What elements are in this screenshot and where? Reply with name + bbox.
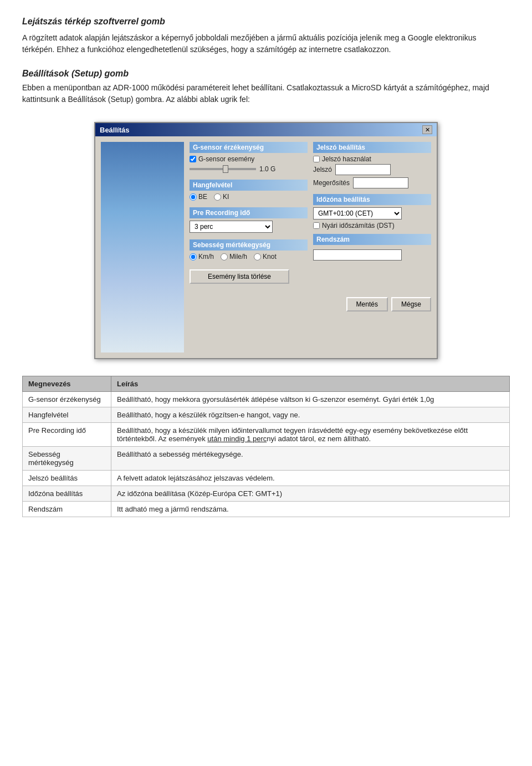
prerecording-select[interactable]: 3 perc 1 perc 5 perc (190, 221, 273, 233)
table-cell-desc: Beállítható a sebesség mértékegysége. (111, 447, 510, 471)
gsensor-slider-thumb[interactable] (223, 165, 228, 173)
sebesseg-radio-knot[interactable]: Knot (254, 253, 277, 261)
radio-ki-label: KI (223, 193, 229, 201)
hangfelvetel-radio-be[interactable]: BE (190, 193, 207, 201)
table-row: Sebesség mértékegységBeállítható a sebes… (23, 447, 510, 471)
sebesseg-header: Sebesség mértékegység (190, 239, 308, 251)
table-header-row: Megnevezés Leírás (23, 376, 510, 392)
settings-dialog: Beállítás ✕ G-sensor érzékenység (94, 122, 438, 359)
table-cell-desc: Beállítható, hogy a készülék milyen idői… (111, 423, 510, 447)
table-cell-desc: Beállítható, hogy mekkora gyorsulásérték… (111, 392, 510, 407)
gsensor-slider-container: 1.0 G (190, 165, 308, 173)
dialog-right-col: Jelszó beállítás Jelszó használat Jelszó… (313, 142, 431, 284)
dialog-body: G-sensor érzékenység G-sensor esemény 1.… (95, 136, 437, 358)
table-cell-name: Pre Recording idő (23, 423, 111, 447)
idozona-section: Időzóna beállítás GMT+01:00 (CET) GMT+00… (313, 194, 431, 229)
gsensor-slider-track[interactable] (190, 168, 256, 170)
table-row: RendszámItt adható meg a jármű rendszáma… (23, 502, 510, 517)
dialog-left-panel (101, 142, 184, 353)
dialog-title: Beállítás (100, 126, 129, 134)
dialog-content: G-sensor érzékenység G-sensor esemény 1.… (190, 142, 431, 353)
cancel-button[interactable]: Mégse (391, 297, 431, 311)
hangfelvetel-radio-ki[interactable]: KI (214, 193, 229, 201)
table-cell-name: Hangfelvétel (23, 407, 111, 423)
dialog-buttons: Mentés Mégse (190, 294, 431, 311)
jelszo-field-row: Jelszó (313, 163, 431, 176)
dialog-columns: G-sensor érzékenység G-sensor esemény 1.… (190, 142, 431, 284)
radio-ki-input[interactable] (214, 193, 221, 201)
jelszo-checkbox-field[interactable]: Jelszó használat (313, 155, 431, 163)
radio-knot-label: Knot (263, 253, 277, 261)
megerosites-input[interactable] (353, 177, 408, 188)
table-cell-desc: Beállítható, hogy a készülék rögzítsen-e… (111, 407, 510, 423)
prerecording-header: Pre Recording idő (190, 207, 308, 218)
table-header-name: Megnevezés (23, 376, 111, 392)
megerosites-field-label: Megerősítés (313, 179, 350, 187)
radio-be-input[interactable] (190, 193, 197, 201)
dst-checkbox-field[interactable]: Nyári időszámítás (DST) (313, 222, 431, 229)
radio-kmh-label: Km/h (198, 253, 214, 261)
megerosites-field-row: Megerősítés (313, 176, 431, 190)
gsensor-slider-value: 1.0 G (259, 165, 275, 173)
gmt-dropdown: GMT+01:00 (CET) GMT+00:00 (UTC) GMT+02:0… (313, 207, 431, 219)
jelszo-checkbox[interactable] (313, 156, 320, 162)
jelszo-header: Jelszó beállítás (313, 142, 431, 153)
page-title: Lejátszás térkép szoftverrel gomb (22, 17, 510, 27)
table-cell-name: Időzóna beállítás (23, 486, 111, 502)
jelszo-field-label: Jelszó (313, 166, 332, 173)
idozona-header: Időzóna beállítás (313, 194, 431, 205)
dst-label: Nyári időszámítás (DST) (322, 222, 395, 229)
hangfelvetel-section: Hangfelvétel BE KI (190, 180, 308, 203)
radio-kmh-input[interactable] (190, 253, 197, 261)
sebesseg-radio-group: Km/h Mile/h Knot (190, 253, 308, 261)
table-cell-desc: Itt adható meg a jármű rendszáma. (111, 502, 510, 517)
dialog-close-button[interactable]: ✕ (422, 125, 432, 134)
save-button[interactable]: Mentés (346, 297, 388, 311)
intro-paragraph: A rögzített adatok alapján lejátszáskor … (22, 32, 510, 55)
table-cell-desc: Az időzóna beállítása (Közép-Európa CET:… (111, 486, 510, 502)
table-row: HangfelvételBeállítható, hogy a készülék… (23, 407, 510, 423)
rendszam-input[interactable] (313, 249, 402, 261)
hangfelvetel-radio-group: BE KI (190, 193, 308, 201)
event-list-clear-button[interactable]: Esemény lista törlése (190, 269, 289, 284)
section2-paragraph: Ebben a menüpontban az ADR-1000 működési… (22, 82, 510, 105)
radio-mileh-input[interactable] (221, 253, 228, 261)
sebesseg-section: Sebesség mértékegység Km/h Mile/h (190, 239, 308, 263)
radio-mileh-label: Mile/h (229, 253, 247, 261)
table-cell-name: G-sensor érzékenység (23, 392, 111, 407)
dialog-titlebar: Beállítás ✕ (95, 123, 437, 136)
table-cell-name: Jelszó beállítás (23, 471, 111, 486)
table-header-desc: Leírás (111, 376, 510, 392)
rendszam-header: Rendszám (313, 234, 431, 245)
sebesseg-radio-mileh[interactable]: Mile/h (221, 253, 247, 261)
prerecording-dropdown-field: 3 perc 1 perc 5 perc (190, 221, 308, 233)
gsensor-section: G-sensor érzékenység G-sensor esemény 1.… (190, 142, 308, 175)
gmt-select[interactable]: GMT+01:00 (CET) GMT+00:00 (UTC) GMT+02:0… (313, 207, 402, 219)
dialog-wrapper: Beállítás ✕ G-sensor érzékenység (22, 122, 510, 359)
gsensor-checkbox[interactable] (190, 156, 196, 162)
gsensor-checkbox-field[interactable]: G-sensor esemény (190, 155, 308, 163)
table-cell-desc: A felvett adatok lejátszásához jelszavas… (111, 471, 510, 486)
section2-title: Beállítások (Setup) gomb (22, 69, 510, 79)
radio-be-label: BE (198, 193, 207, 201)
settings-table: Megnevezés Leírás G-sensor érzékenységBe… (22, 376, 510, 517)
gsensor-checkbox-label: G-sensor esemény (198, 155, 254, 163)
gsensor-header: G-sensor érzékenység (190, 142, 308, 153)
prerecording-section: Pre Recording idő 3 perc 1 perc 5 perc (190, 207, 308, 235)
table-row: Időzóna beállításAz időzóna beállítása (… (23, 486, 510, 502)
table-cell-name: Sebesség mértékegység (23, 447, 111, 471)
dst-checkbox[interactable] (313, 222, 320, 229)
table-row: Pre Recording időBeállítható, hogy a kés… (23, 423, 510, 447)
table-cell-name: Rendszám (23, 502, 111, 517)
dialog-left-col: G-sensor érzékenység G-sensor esemény 1.… (190, 142, 308, 284)
jelszo-section: Jelszó beállítás Jelszó használat Jelszó… (313, 142, 431, 190)
hangfelvetel-header: Hangfelvétel (190, 180, 308, 191)
jelszo-checkbox-label: Jelszó használat (322, 155, 371, 163)
table-row: G-sensor érzékenységBeállítható, hogy me… (23, 392, 510, 407)
radio-knot-input[interactable] (254, 253, 261, 261)
jelszo-input[interactable] (335, 164, 391, 175)
rendszam-section: Rendszám (313, 234, 431, 261)
sebesseg-radio-kmh[interactable]: Km/h (190, 253, 214, 261)
table-row: Jelszó beállításA felvett adatok lejátsz… (23, 471, 510, 486)
